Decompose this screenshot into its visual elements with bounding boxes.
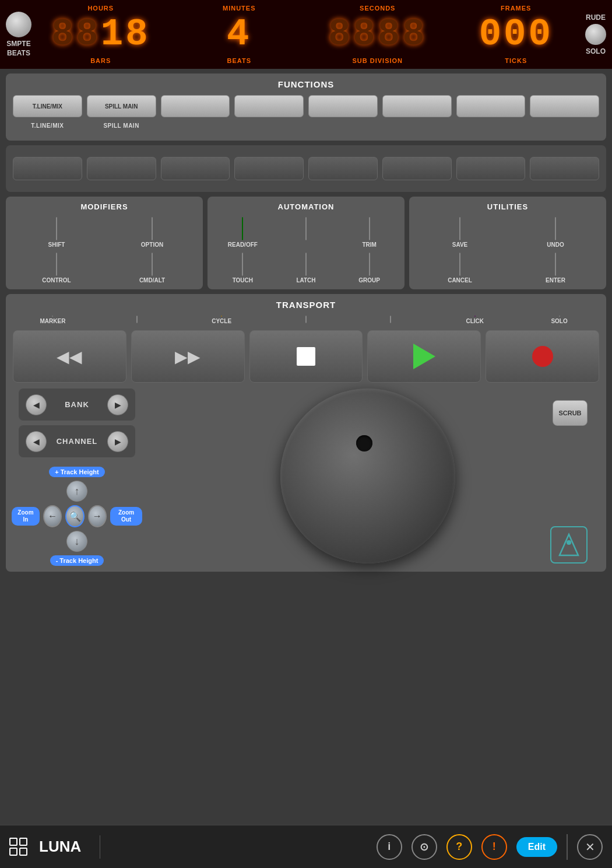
fn-btn-tlinemix[interactable]: T.LINE/MIX — [13, 95, 82, 117]
zoom-in-btn[interactable]: Zoom In — [12, 507, 40, 526]
three-col-section: MODIFIERS SHIFT OPTION CONTROL CMD/ALT A… — [6, 197, 606, 289]
group-btn[interactable] — [369, 253, 370, 276]
frames-value: 000 — [463, 13, 568, 55]
option-btn[interactable] — [152, 217, 153, 240]
auto-empty1[interactable] — [305, 217, 307, 240]
enter-btn[interactable] — [555, 253, 556, 276]
beats-sub-label: BEATS — [187, 57, 291, 64]
cycle-label: CYCLE — [212, 318, 231, 324]
transport-title: TRANSPORT — [13, 300, 599, 310]
track-height-plus-btn[interactable]: + Track Height — [49, 467, 105, 477]
touch-label: TOUCH — [233, 277, 253, 284]
bank-next-btn[interactable]: ▶ — [107, 394, 128, 415]
cmdalt-btn[interactable] — [152, 253, 153, 276]
solo-tr-btn[interactable] — [559, 316, 560, 317]
channel-label: CHANNEL — [57, 437, 98, 446]
close-icon: ✕ — [585, 840, 595, 854]
channel-row: ◀ CHANNEL ▶ — [19, 425, 135, 457]
fn-btn-5[interactable] — [308, 95, 378, 117]
shift-btn[interactable] — [56, 217, 57, 240]
stop-btn[interactable] — [249, 330, 363, 383]
bank-prev-btn[interactable]: ◀ — [26, 394, 47, 415]
time-display: HOURS MINUTES SECONDS FRAMES 8818 4 8888… — [31, 0, 585, 69]
rewind-btn[interactable]: ◀◀ — [13, 330, 126, 383]
modifiers-panel: MODIFIERS SHIFT OPTION CONTROL CMD/ALT — [6, 197, 203, 289]
close-btn[interactable]: ✕ — [577, 834, 603, 860]
right-arrow-btn[interactable]: → — [88, 505, 107, 527]
frames-label: FRAMES — [463, 5, 568, 12]
help-icon: ? — [456, 841, 462, 853]
subdivision-label: SUB DIVISION — [325, 57, 430, 64]
cmdalt-label: CMD/ALT — [139, 277, 165, 284]
record-btn[interactable] — [486, 330, 599, 383]
beats-label: BEATS — [7, 49, 30, 57]
automation-title: AUTOMATION — [213, 202, 399, 211]
smpte-beats-section: SMPTE BEATS — [6, 12, 31, 57]
rude-solo-section: RUDE SOLO — [585, 13, 606, 55]
undo-btn[interactable] — [555, 217, 556, 240]
up-arrow-btn[interactable]: ↑ — [66, 481, 87, 502]
marker-btn[interactable] — [52, 316, 53, 317]
fn-btn-4[interactable] — [234, 95, 304, 117]
smpte-knob[interactable] — [6, 12, 31, 37]
enter-label: ENTER — [546, 277, 565, 284]
magnify-btn[interactable]: 🔍 — [65, 505, 84, 527]
down-arrow-btn[interactable]: ↓ — [66, 531, 87, 552]
help-btn[interactable]: ? — [446, 834, 472, 860]
bank-row: ◀ BANK ▶ — [19, 388, 135, 421]
save-btn[interactable] — [459, 217, 460, 240]
readoff-btn[interactable] — [242, 217, 243, 240]
fn-btn-6[interactable] — [382, 95, 452, 117]
tr-empty3[interactable] — [390, 316, 391, 323]
fn-btn-3[interactable] — [161, 95, 230, 117]
zoom-out-btn[interactable]: Zoom Out — [110, 507, 142, 526]
blank-btn-5 — [308, 157, 378, 180]
edit-btn[interactable]: Edit — [516, 837, 557, 857]
left-arrow-btn[interactable]: ← — [43, 505, 62, 527]
jog-hole — [356, 435, 372, 452]
fn-btn-spillmain[interactable]: SPILL MAIN — [87, 95, 156, 117]
camera-btn[interactable]: ⊙ — [411, 834, 437, 860]
play-btn[interactable] — [367, 330, 481, 383]
fn-btn-7[interactable] — [456, 95, 526, 117]
warning-btn[interactable]: ! — [481, 834, 507, 860]
option-label: OPTION — [141, 242, 163, 248]
rude-knob[interactable] — [585, 24, 606, 45]
seconds-label: SECONDS — [325, 5, 430, 12]
latch-btn[interactable] — [305, 253, 307, 276]
svg-point-1 — [567, 540, 571, 545]
touch-btn[interactable] — [242, 253, 243, 276]
tr-empty2[interactable] — [305, 316, 307, 323]
info-btn[interactable]: i — [377, 834, 402, 860]
control-label: CONTROL — [42, 277, 71, 284]
blank-panel — [6, 145, 606, 192]
cancel-btn[interactable] — [459, 253, 460, 276]
trim-btn[interactable] — [369, 217, 370, 240]
cycle-btn[interactable] — [221, 316, 222, 317]
bars-label: BARS — [48, 57, 153, 64]
channel-prev-btn[interactable]: ◀ — [26, 431, 47, 452]
fn-btn-8[interactable] — [530, 95, 599, 117]
ticks-label: TICKS — [463, 57, 568, 64]
hours-label: HOURS — [48, 5, 153, 12]
solo-tr-label: SOLO — [551, 318, 567, 324]
solo-display-label: SOLO — [586, 47, 606, 55]
scrub-btn[interactable]: SCRUB — [553, 400, 588, 426]
hours-value: 8818 — [48, 13, 153, 55]
metronome-btn[interactable] — [550, 526, 588, 564]
click-btn[interactable] — [474, 316, 476, 317]
fn-label-spillmain: SPILL MAIN — [103, 123, 139, 129]
control-btn[interactable] — [56, 253, 57, 276]
divider-1 — [100, 835, 100, 859]
jog-wheel[interactable] — [280, 388, 455, 564]
fn-label-tlinemix: T.LINE/MIX — [31, 123, 64, 129]
channel-next-btn[interactable]: ▶ — [107, 431, 128, 452]
track-height-minus-btn[interactable]: - Track Height — [50, 555, 104, 566]
save-label: SAVE — [452, 242, 468, 248]
zoom-area: + Track Height ↑ Zoom In ← 🔍 → Zoom Out … — [19, 467, 135, 566]
tr-empty1[interactable] — [136, 316, 138, 323]
trim-label: TRIM — [362, 242, 376, 248]
fastforward-btn[interactable]: ▶▶ — [131, 330, 245, 383]
blank-btn-2 — [87, 157, 156, 180]
modifiers-title: MODIFIERS — [12, 202, 197, 211]
